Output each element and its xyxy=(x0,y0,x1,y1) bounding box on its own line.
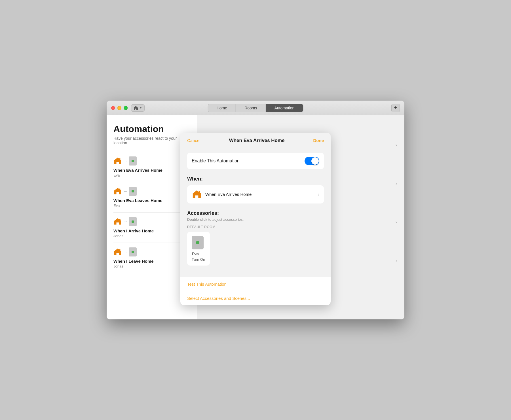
leave-home-icon xyxy=(113,187,122,196)
page-title: Automation xyxy=(113,124,191,134)
trigger-icon xyxy=(192,189,202,200)
list-item-chevron: › xyxy=(396,258,397,263)
list-item-chevron: › xyxy=(396,220,397,225)
add-button[interactable]: + xyxy=(391,104,400,112)
automation-owner: Eva xyxy=(113,173,191,177)
close-button[interactable] xyxy=(111,106,115,110)
accessory-name: Eva xyxy=(192,252,199,256)
when-section-label: When: xyxy=(187,176,324,182)
cancel-button[interactable]: Cancel xyxy=(187,138,200,143)
device-icon xyxy=(129,247,137,256)
when-trigger-row[interactable]: When Eva Arrives Home › xyxy=(187,185,324,203)
house-icon xyxy=(134,106,138,110)
accessories-title: Accessories: xyxy=(187,210,324,216)
maximize-button[interactable] xyxy=(124,106,128,110)
modal-header: Cancel When Eva Arrives Home Done xyxy=(180,133,331,148)
list-item[interactable]: → When Eva Arrives Home Eva xyxy=(113,152,191,182)
test-automation-button[interactable]: Test This Automation xyxy=(180,277,331,291)
enable-automation-row: Enable This Automation xyxy=(187,153,324,169)
home-selector-button[interactable] xyxy=(131,104,145,112)
svg-point-4 xyxy=(119,249,121,251)
enable-label: Enable This Automation xyxy=(192,158,240,164)
when-chevron-icon: › xyxy=(318,192,319,197)
tab-home[interactable]: Home xyxy=(208,104,236,112)
tab-rooms[interactable]: Rooms xyxy=(236,104,266,112)
automation-owner: Jonas xyxy=(113,234,191,238)
automation-name: When Eva Leaves Home xyxy=(113,198,191,203)
enable-toggle[interactable] xyxy=(305,157,319,165)
automation-name: When Eva Arrives Home xyxy=(113,168,191,173)
list-item[interactable]: → When I Arrive Home Jonas xyxy=(113,213,191,243)
accessory-device-icon xyxy=(192,236,204,249)
svg-point-5 xyxy=(199,191,200,192)
select-accessories-button[interactable]: Select Accessories and Scenes... xyxy=(180,291,331,305)
list-item-chevron: › xyxy=(396,143,397,148)
svg-point-1 xyxy=(119,158,121,160)
automation-modal: Cancel When Eva Arrives Home Done Enable… xyxy=(180,133,331,305)
modal-footer: Test This Automation Select Accessories … xyxy=(180,277,331,305)
titlebar: Home Rooms Automation + xyxy=(107,101,404,115)
automation-icon-group: → xyxy=(113,187,137,196)
arrow-icon: → xyxy=(123,219,128,224)
main-content: Automation Have your accessories react t… xyxy=(107,115,404,319)
list-item[interactable]: → When Eva Leaves Home Eva xyxy=(113,182,191,213)
device-icon xyxy=(129,156,137,166)
tab-automation[interactable]: Automation xyxy=(266,104,303,112)
svg-point-3 xyxy=(119,219,121,220)
automation-owner: Eva xyxy=(113,203,191,208)
chevron-down-icon xyxy=(139,107,142,109)
device-icon xyxy=(129,187,137,196)
trigger-house-icon xyxy=(192,190,202,199)
arrow-icon: → xyxy=(123,189,128,194)
toggle-thumb xyxy=(311,157,319,165)
list-item[interactable]: → When I Leave Home Jonas xyxy=(113,243,191,273)
modal-body: Enable This Automation When: xyxy=(180,148,331,277)
when-trigger-label: When Eva Arrives Home xyxy=(205,192,314,197)
accessory-status: Turn On xyxy=(192,257,205,262)
modal-title: When Eva Arrives Home xyxy=(229,138,285,143)
arrow-icon: → xyxy=(123,249,128,254)
automation-icon-group: → xyxy=(113,217,137,226)
accessories-hint: Double-click to adjust accessories. xyxy=(187,217,324,222)
device-icon xyxy=(129,217,137,226)
automation-list: → When Eva Arrives Home Eva xyxy=(113,152,191,273)
accessory-card[interactable]: Eva Turn On xyxy=(187,232,210,266)
arrive-home-icon xyxy=(113,157,122,165)
page-subtitle: Have your accessories react to your loca… xyxy=(113,136,191,145)
automation-owner: Jonas xyxy=(113,264,191,268)
default-room-label: DEFAULT ROOM xyxy=(187,225,324,229)
automation-name: When I Arrive Home xyxy=(113,228,191,233)
navigation-tabs: Home Rooms Automation xyxy=(208,104,303,112)
automation-icon-group: → xyxy=(113,156,137,166)
main-window: Home Rooms Automation + Automation Have … xyxy=(107,101,404,319)
arrive-home-icon-2 xyxy=(113,217,122,226)
automation-name: When I Leave Home xyxy=(113,259,191,264)
traffic-lights xyxy=(111,106,128,110)
arrow-icon: → xyxy=(123,158,128,164)
leave-home-icon-2 xyxy=(113,248,122,256)
automation-icon-group: → xyxy=(113,247,137,256)
done-button[interactable]: Done xyxy=(313,138,324,143)
list-item-chevron: › xyxy=(396,181,397,186)
svg-point-2 xyxy=(119,188,121,190)
minimize-button[interactable] xyxy=(117,106,121,110)
